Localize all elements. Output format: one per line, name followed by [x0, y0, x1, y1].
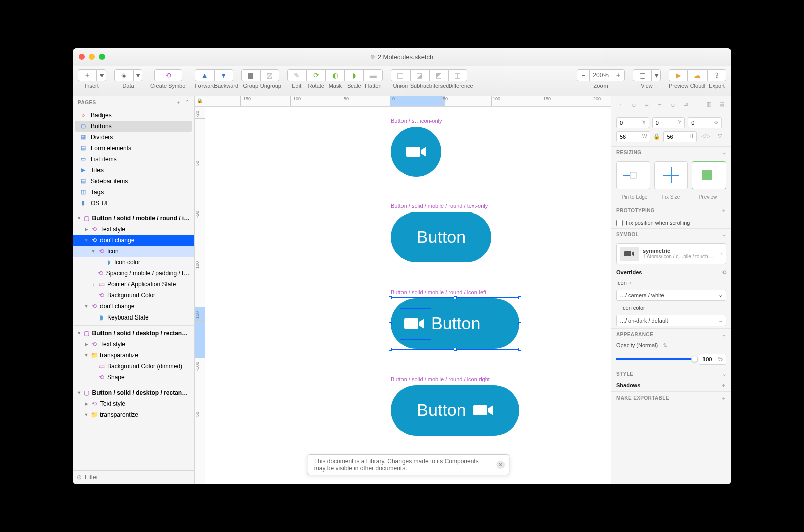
artboard-text-only[interactable]: Button / solid / mobile / round / text-o…: [391, 212, 491, 262]
flip-v-button[interactable]: ▽: [714, 131, 725, 141]
align-bottom-button[interactable]: ⫡: [680, 99, 691, 110]
layer-row[interactable]: ▶⟲Text style: [73, 224, 194, 235]
export-button[interactable]: ⇪: [707, 69, 726, 81]
style-collapse-icon[interactable]: ⌄: [722, 371, 726, 377]
layer-row[interactable]: ▼⟲don't change: [73, 301, 194, 312]
layer-row[interactable]: ◗Icon color: [73, 257, 194, 268]
page-item[interactable]: ▤Sidebar items: [73, 176, 194, 187]
distribute-h-button[interactable]: ▥: [703, 99, 714, 110]
create-symbol-button[interactable]: ⟲: [154, 69, 182, 81]
icon-override-select[interactable]: …/ camera / white⌄: [616, 290, 726, 301]
disclosure-icon[interactable]: ↓: [91, 282, 96, 287]
artboard-icon-right[interactable]: Button / solid / mobile / round / icon-r…: [391, 385, 519, 436]
intersect-button[interactable]: ◩: [429, 69, 448, 81]
collapse-pages-button[interactable]: ⌃: [185, 99, 190, 107]
layer-row[interactable]: ▼📁transparentize: [73, 409, 194, 420]
symbol-instance-selector[interactable]: symmetric 1 Atoms/Icon / c…bile / touch-…: [616, 243, 726, 264]
disclosure-icon[interactable]: ▼: [84, 412, 89, 417]
page-item[interactable]: ▦Dividers: [73, 132, 194, 143]
difference-button[interactable]: ◫: [448, 69, 467, 81]
flip-h-button[interactable]: ◁▷: [700, 131, 711, 141]
zoom-out-button[interactable]: −: [577, 69, 590, 81]
page-item[interactable]: ▢Buttons: [75, 121, 192, 132]
add-shadow-button[interactable]: ＋: [721, 382, 726, 389]
view-button[interactable]: ▢: [633, 69, 652, 81]
layer-row[interactable]: ⟲Shape: [73, 372, 194, 383]
distribute-v-button[interactable]: ▤: [716, 99, 727, 110]
rotate-field[interactable]: ⟳: [688, 117, 722, 128]
disclosure-icon[interactable]: ▼: [84, 238, 89, 243]
resizing-collapse-icon[interactable]: ⌄: [722, 150, 726, 155]
layer-row[interactable]: ▶⟲Text style: [73, 398, 194, 409]
layer-row[interactable]: ▼📁transparantize: [73, 350, 194, 361]
scale-button[interactable]: ◗: [345, 69, 364, 81]
disclosure-icon[interactable]: ▼: [84, 304, 89, 309]
insert-button[interactable]: ＋: [78, 69, 97, 81]
ruler-origin-button[interactable]: 🔒: [195, 96, 205, 106]
data-button[interactable]: ◈: [114, 69, 133, 81]
layer-row[interactable]: ↓▭Pointer / Application State: [73, 279, 194, 290]
disclosure-icon[interactable]: ▼: [77, 331, 81, 336]
width-field[interactable]: W: [616, 131, 650, 142]
disclosure-icon[interactable]: ▼: [77, 216, 81, 221]
disclosure-icon[interactable]: ▼: [91, 249, 96, 254]
y-field[interactable]: Y: [652, 117, 685, 128]
artboard-icon-only[interactable]: Button / s…icon-only: [391, 127, 441, 177]
icon-color-override-select[interactable]: …/ on-dark / default⌄: [616, 315, 726, 326]
data-dropdown-button[interactable]: ▾: [133, 69, 142, 81]
canvas[interactable]: Button / s…icon-only Button / solid / mo…: [205, 107, 611, 484]
pin-to-edge-button[interactable]: [616, 161, 650, 189]
flatten-button[interactable]: ▬: [364, 69, 383, 81]
resizing-preview-button[interactable]: [692, 161, 726, 189]
opacity-slider[interactable]: [616, 358, 695, 360]
layer-row[interactable]: ▼▢Button / solid / desktop / rectangul…: [73, 387, 194, 398]
insert-dropdown-button[interactable]: ▾: [97, 69, 106, 81]
symbol-collapse-icon[interactable]: ⌄: [722, 232, 726, 237]
disclosure-icon[interactable]: ▶: [84, 227, 89, 232]
layer-row[interactable]: ▼⟲don't change: [73, 235, 194, 246]
layer-row[interactable]: ▶⟲Text style: [73, 339, 194, 350]
subtract-button[interactable]: ◪: [410, 69, 429, 81]
opacity-stepper[interactable]: ⇅: [663, 342, 667, 349]
artboard-icon-left[interactable]: Button / solid / mobile / round / icon-l…: [391, 298, 519, 349]
page-item[interactable]: ▶Tiles: [73, 165, 194, 176]
layer-row[interactable]: ⟲Spacing / mobile / padding / tall / ...: [73, 268, 194, 279]
fix-size-button[interactable]: [654, 161, 688, 189]
minimize-window-button[interactable]: [89, 54, 95, 60]
page-item[interactable]: ◫Tags: [73, 187, 194, 198]
appearance-collapse-icon[interactable]: ⌄: [722, 332, 726, 337]
zoom-in-button[interactable]: ＋: [612, 69, 625, 81]
cloud-button[interactable]: ☁: [688, 69, 707, 81]
page-item[interactable]: ▮OS UI: [73, 198, 194, 209]
close-notification-button[interactable]: ✕: [496, 461, 505, 469]
mask-button[interactable]: ◐: [326, 69, 345, 81]
layer-row[interactable]: ▭Background Color (dimmed): [73, 361, 194, 372]
add-export-button[interactable]: ＋: [721, 395, 726, 402]
forward-button[interactable]: ▲: [195, 69, 214, 81]
ungroup-button[interactable]: ▨: [260, 69, 279, 81]
reset-overrides-button[interactable]: ⟲: [722, 269, 726, 276]
zoom-value[interactable]: 200%: [590, 69, 612, 81]
align-top-button[interactable]: ⫟: [654, 99, 665, 110]
filter-input[interactable]: [85, 474, 190, 481]
opacity-field[interactable]: %: [699, 354, 726, 365]
page-item[interactable]: ▭List items: [73, 154, 194, 165]
disclosure-icon[interactable]: ▼: [84, 353, 89, 358]
edit-button[interactable]: ✎: [287, 69, 307, 81]
lock-aspect-button[interactable]: 🔒: [653, 131, 660, 142]
preview-button[interactable]: ▶: [669, 69, 688, 81]
zoom-window-button[interactable]: [99, 54, 105, 60]
align-left-button[interactable]: ⫞: [615, 99, 626, 110]
disclosure-icon[interactable]: ▼: [77, 390, 81, 395]
add-prototype-button[interactable]: ＋: [721, 207, 726, 215]
align-hcenter-button[interactable]: ⫝: [628, 99, 639, 110]
layer-row[interactable]: ⟲Background Color: [73, 290, 194, 301]
close-window-button[interactable]: [79, 54, 85, 60]
layer-row[interactable]: ◗Keyboard State: [73, 312, 194, 323]
group-button[interactable]: ▦: [241, 69, 260, 81]
disclosure-icon[interactable]: ▶: [84, 342, 89, 347]
height-field[interactable]: H: [663, 131, 696, 142]
add-page-button[interactable]: ＋: [176, 99, 181, 107]
layer-row[interactable]: ▼▢Button / solid / desktop / rectangul…: [73, 328, 194, 339]
disclosure-icon[interactable]: ▶: [84, 401, 89, 406]
